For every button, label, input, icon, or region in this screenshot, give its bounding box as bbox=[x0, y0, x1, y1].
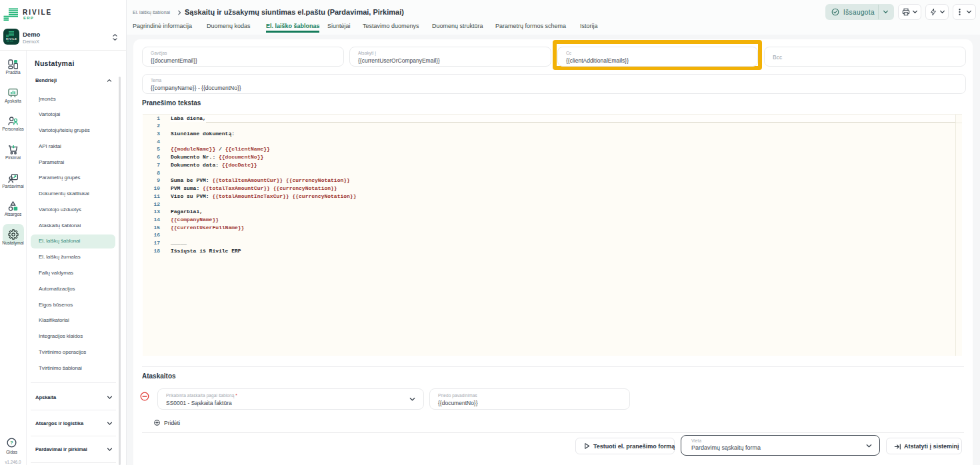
svg-text:RIVILE: RIVILE bbox=[6, 37, 17, 41]
svg-text:?: ? bbox=[10, 440, 13, 446]
